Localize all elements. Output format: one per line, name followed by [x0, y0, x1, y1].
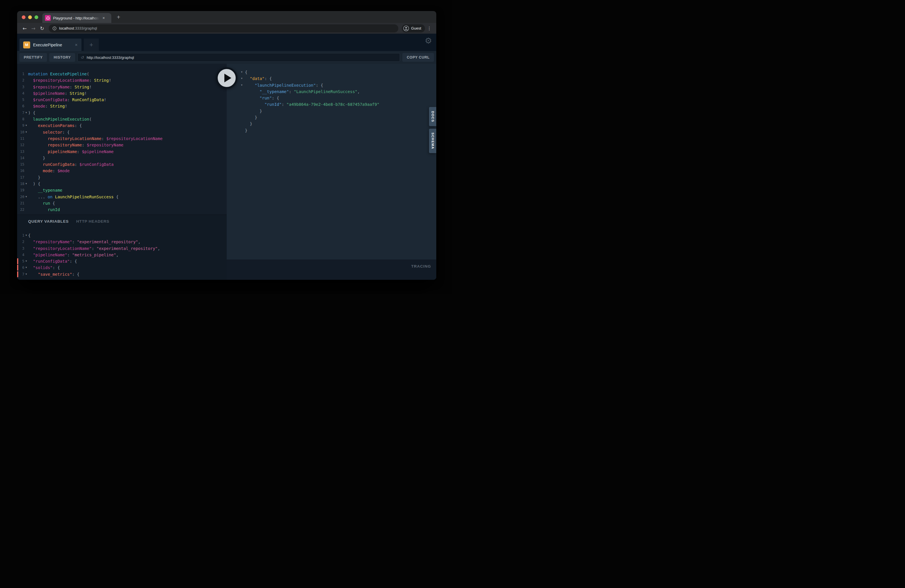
query-code-line: 21 run {: [17, 200, 227, 207]
fold-arrow-spacer: [238, 114, 245, 121]
line-number: 5: [17, 97, 24, 103]
line-number: 12: [17, 142, 24, 148]
profile-button[interactable]: Guest: [402, 24, 425, 32]
code-text: "runConfigData": {: [28, 258, 227, 264]
playground-tab-label: ExecutePipeline: [33, 43, 72, 47]
site-info-icon[interactable]: [52, 26, 57, 30]
fold-arrow-icon[interactable]: ▼: [238, 75, 245, 82]
fold-arrow-icon[interactable]: ▼: [24, 232, 28, 238]
browser-tab[interactable]: Playground - http://localhost:3 ✕: [42, 13, 111, 23]
fold-arrow-icon[interactable]: ▼: [24, 129, 28, 135]
endpoint-history-icon: ↺: [81, 55, 84, 60]
back-icon[interactable]: ←: [21, 25, 29, 31]
fold-arrow-icon[interactable]: ▼: [24, 181, 28, 187]
copy-curl-button[interactable]: COPY CURL: [402, 53, 434, 62]
playground-tab-close-icon[interactable]: ✕: [75, 43, 78, 47]
query-code-line: 7▼) {: [17, 110, 227, 116]
fold-arrow-icon[interactable]: ▼: [238, 82, 245, 89]
code-text: "data": {: [245, 75, 436, 82]
line-number: 10: [17, 129, 24, 135]
fold-arrow-icon[interactable]: ▼: [24, 194, 28, 200]
query-code-line: 18▼ ) {: [17, 181, 227, 187]
query-code-line: 4 $pipelineName: String!: [17, 90, 227, 97]
fold-arrow-spacer: [238, 121, 245, 127]
graphql-favicon-icon: [45, 15, 51, 21]
fold-arrow-icon[interactable]: ▼: [24, 264, 28, 271]
schema-side-tab[interactable]: SCHEMA: [429, 129, 436, 153]
tab-close-icon[interactable]: ✕: [102, 16, 105, 20]
variables-editor[interactable]: 1▼{2 "repositoryName": "experimental_rep…: [17, 227, 227, 278]
code-text: "pipelineName": "metrics_pipeline",: [28, 252, 227, 258]
line-number: 6: [17, 103, 24, 109]
variables-code-line: 6▼ "solids": {: [17, 264, 227, 271]
line-number: 22: [17, 207, 24, 213]
close-window-button[interactable]: [22, 15, 25, 19]
tab-http-headers[interactable]: HTTP HEADERS: [76, 219, 109, 224]
line-number: 21: [17, 200, 24, 207]
query-code-line: 14 }: [17, 155, 227, 161]
settings-gear-icon[interactable]: ⚙: [425, 37, 432, 45]
chrome-toolbar: ← → ↻ localhost:3333/graphql Guest ⋮: [17, 23, 436, 33]
code-text: "repositoryName": "experimental_reposito…: [28, 238, 227, 245]
code-text: $mode: String!: [28, 103, 227, 109]
code-text: ... on LaunchPipelineRunSuccess {: [28, 194, 227, 200]
line-number: 15: [17, 161, 24, 168]
fold-arrow-spacer: [24, 161, 28, 168]
query-code-line: 15 runConfigData: $runConfigData: [17, 161, 227, 168]
query-editor[interactable]: 1mutation ExecutePipeline(2 $repositoryL…: [17, 64, 227, 215]
browser-window: Playground - http://localhost:3 ✕ + ← → …: [17, 11, 436, 280]
fold-arrow-icon[interactable]: ▼: [24, 258, 28, 264]
playground-new-tab-button[interactable]: +: [84, 38, 99, 51]
fold-arrow-spacer: [24, 116, 28, 122]
response-code-line: "__typename": "LaunchPipelineRunSuccess"…: [238, 89, 436, 95]
tracing-strip: TRACING: [227, 259, 436, 280]
zoom-window-button[interactable]: [35, 15, 38, 19]
new-tab-button[interactable]: +: [114, 13, 123, 21]
query-code-line: 11 repositoryLocationName: $repositoryLo…: [17, 135, 227, 142]
tracing-toggle[interactable]: TRACING: [411, 264, 431, 280]
code-text: $repositoryLocationName: String!: [28, 77, 227, 84]
fold-arrow-icon[interactable]: ▼: [24, 122, 28, 129]
fold-arrow-icon[interactable]: ▼: [238, 69, 245, 75]
query-code-line: 10▼ selector: {: [17, 129, 227, 135]
execute-play-button[interactable]: [216, 67, 237, 89]
playground-tab-executepipeline[interactable]: M ExecutePipeline ✕: [19, 38, 81, 51]
response-pane: ▼{▼ "data": {▼ "launchPipelineExecution"…: [227, 64, 436, 280]
variables-section: QUERY VARIABLES HTTP HEADERS 1▼{2 "repos…: [17, 215, 227, 280]
avatar-icon: [403, 25, 409, 31]
endpoint-input[interactable]: ↺ http://localhost:3333/graphql: [78, 53, 400, 62]
fold-arrow-spacer: [24, 174, 28, 181]
prettify-button[interactable]: PRETTIFY: [19, 53, 47, 62]
line-number: 1: [17, 71, 24, 77]
forward-icon[interactable]: →: [30, 25, 37, 31]
variables-code-line: 2 "repositoryName": "experimental_reposi…: [17, 238, 227, 245]
fold-arrow-spacer: [238, 89, 245, 95]
tab-query-variables[interactable]: QUERY VARIABLES: [28, 219, 69, 224]
docs-side-tab[interactable]: DOCS: [429, 107, 436, 126]
query-code-line: 12 repositoryName: $repositoryName: [17, 142, 227, 148]
variables-code-line: 1▼{: [17, 232, 227, 238]
fold-arrow-spacer: [238, 95, 245, 101]
line-number: 6: [17, 264, 24, 271]
fold-arrow-spacer: [24, 148, 28, 155]
address-bar[interactable]: localhost:3333/graphql: [49, 24, 398, 32]
fold-arrow-spacer: [238, 101, 245, 108]
code-text: mutation ExecutePipeline(: [28, 71, 227, 77]
fold-arrow-icon[interactable]: ▼: [24, 271, 28, 278]
code-text: }: [245, 108, 436, 114]
line-number: 3: [17, 245, 24, 252]
fold-arrow-icon[interactable]: ▼: [24, 110, 28, 116]
code-text: "save_metrics": {: [28, 271, 227, 278]
browser-menu-icon[interactable]: ⋮: [426, 26, 432, 31]
response-code-line: "run": {: [238, 95, 436, 101]
reload-icon[interactable]: ↻: [38, 25, 46, 31]
minimize-window-button[interactable]: [28, 15, 32, 19]
browser-tab-title: Playground - http://localhost:3: [53, 16, 99, 20]
code-text: {: [245, 69, 436, 75]
endpoint-url: http://localhost:3333/graphql: [87, 56, 134, 60]
fold-arrow-spacer: [24, 77, 28, 84]
fold-arrow-spacer: [24, 155, 28, 161]
line-number: 16: [17, 168, 24, 174]
history-button[interactable]: HISTORY: [49, 53, 75, 62]
query-code-line: 6 $mode: String!: [17, 103, 227, 109]
